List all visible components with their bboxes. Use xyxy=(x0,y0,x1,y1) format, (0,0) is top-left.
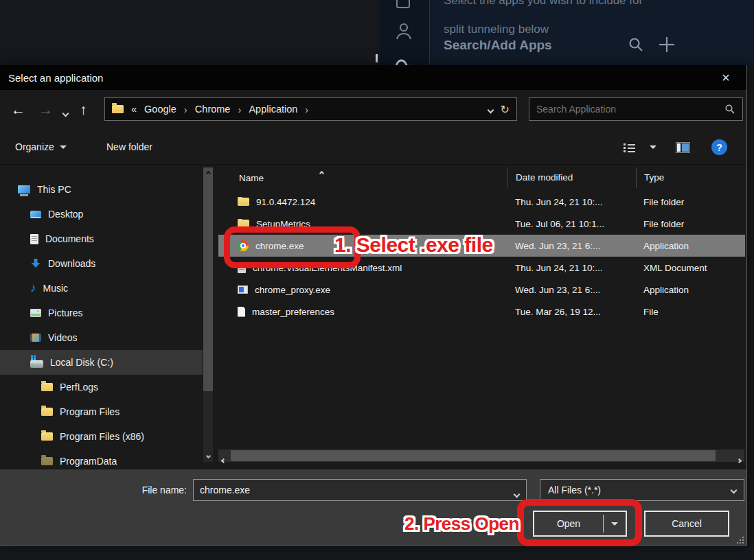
search-add-apps-heading: Search/Add Apps xyxy=(444,38,552,53)
navigation-tree: This PC Desktop Documents Downloads ♪Mus… xyxy=(0,177,203,474)
split-tunneling-description-line1: Select the apps you wish to include for xyxy=(444,0,643,8)
scroll-right-icon[interactable] xyxy=(738,453,741,465)
back-icon[interactable]: ← xyxy=(11,101,25,119)
sidebar-item-music[interactable]: ♪Music xyxy=(0,276,203,301)
file-list: Name Date modified Type 91.0.4472.124 Th… xyxy=(218,165,745,469)
sidebar-item-videos[interactable]: Videos xyxy=(0,325,203,350)
breadcrumb[interactable]: « Google › Chrome › Application › ↻ xyxy=(104,97,517,121)
search-icon[interactable] xyxy=(628,36,644,53)
forward-icon[interactable]: → xyxy=(38,101,53,119)
plain-file-icon xyxy=(238,307,245,317)
person-icon[interactable] xyxy=(393,21,414,41)
breadcrumb-separator-icon: › xyxy=(238,104,241,115)
breadcrumb-separator-icon: › xyxy=(184,104,187,115)
app-window-icon xyxy=(238,285,248,294)
breadcrumb-item-google[interactable]: Google xyxy=(144,104,176,115)
chevron-down-icon xyxy=(650,145,656,149)
sidebar-item-label: Videos xyxy=(48,332,78,343)
file-name: master_preferences xyxy=(252,307,334,317)
file-type-dropdown[interactable]: All Files (*.*) xyxy=(540,479,744,501)
column-header-type[interactable]: Type xyxy=(636,167,745,188)
sidebar-item-this-pc[interactable]: This PC xyxy=(0,177,203,202)
app-window-icon[interactable] xyxy=(395,0,413,11)
up-icon[interactable]: ↑ xyxy=(80,101,87,119)
sidebar-item-desktop[interactable]: Desktop xyxy=(0,202,203,226)
plus-icon[interactable] xyxy=(658,36,676,54)
file-row[interactable]: chrome_proxy.exe Wed. Jun 23, 21 6:... A… xyxy=(218,279,745,301)
column-header-date-modified[interactable]: Date modified xyxy=(507,167,636,188)
sidebar-item-label: Documents xyxy=(45,233,94,244)
sidebar-item-downloads[interactable]: Downloads xyxy=(0,251,203,276)
file-type: Application xyxy=(636,285,745,295)
recent-locations-chevron-icon[interactable] xyxy=(63,106,68,119)
folder-icon xyxy=(238,198,249,206)
breadcrumb-prefix[interactable]: « xyxy=(131,104,137,115)
organize-label: Organize xyxy=(15,141,54,152)
cancel-button[interactable]: Cancel xyxy=(644,511,729,537)
desktop-icon xyxy=(30,211,41,218)
screen: Select the apps you wish to include for … xyxy=(0,0,754,560)
refresh-icon[interactable]: ↻ xyxy=(501,103,510,116)
list-header: Name Date modified Type xyxy=(218,165,745,191)
file-type: File folder xyxy=(636,219,745,229)
file-name-label: File name: xyxy=(0,479,187,501)
dialog-titlebar: Select an application ✕ xyxy=(0,65,746,90)
sidebar-item-label: Pictures xyxy=(48,307,83,318)
view-options-chevron[interactable] xyxy=(650,145,656,149)
vpn-main-panel: Select the apps you wish to include for … xyxy=(430,0,754,65)
new-folder-button[interactable]: New folder xyxy=(106,141,152,152)
annotation-step1-text: 1. Select .exe file xyxy=(334,233,493,257)
sidebar-item-label: Program Files xyxy=(60,406,119,417)
computer-icon xyxy=(18,185,30,194)
music-note-icon: ♪ xyxy=(30,283,36,294)
organize-button[interactable]: Organize xyxy=(15,141,67,152)
sidebar-item-program-files-x86[interactable]: Program Files (x86) xyxy=(0,424,203,449)
sidebar-scrollbar[interactable] xyxy=(203,167,213,462)
scrollbar-thumb[interactable] xyxy=(203,178,213,391)
folder-icon xyxy=(41,383,53,391)
resize-grip[interactable] xyxy=(737,537,738,538)
file-type: Application xyxy=(636,241,745,251)
column-header-name[interactable]: Name xyxy=(218,173,507,183)
scroll-down-icon[interactable] xyxy=(203,451,213,460)
address-dropdown-chevron-icon[interactable] xyxy=(488,104,493,115)
breadcrumb-item-application[interactable]: Application xyxy=(249,104,297,115)
change-view-button[interactable] xyxy=(624,143,635,152)
sort-ascending-icon xyxy=(320,167,323,177)
wrench-icon[interactable] xyxy=(393,56,413,65)
sidebar-item-documents[interactable]: Documents xyxy=(0,226,203,251)
scroll-up-icon[interactable] xyxy=(203,167,213,178)
sidebar-item-local-disk-c[interactable]: Local Disk (C:) xyxy=(0,350,203,375)
file-date: Wed. Jun 23, 21 6:... xyxy=(507,285,636,295)
file-type: File folder xyxy=(636,197,745,207)
file-row[interactable]: master_preferences Tue. Mar 26, 19 12...… xyxy=(218,301,745,323)
folder-icon xyxy=(41,408,53,416)
folder-icon xyxy=(41,457,53,465)
annotation-box-open-button xyxy=(517,499,642,546)
sidebar-item-perflogs[interactable]: PerfLogs xyxy=(0,375,203,399)
split-tunneling-description-line2: split tunneling below xyxy=(444,23,549,36)
close-icon[interactable]: ✕ xyxy=(711,65,741,90)
preview-pane-button[interactable] xyxy=(676,142,690,153)
annotation-step2-text: 2. Press Open xyxy=(404,513,519,535)
breadcrumb-item-chrome[interactable]: Chrome xyxy=(195,104,231,115)
sidebar-item-pictures[interactable]: Pictures xyxy=(0,301,203,325)
scrollbar-thumb[interactable] xyxy=(231,450,716,461)
chevron-down-icon[interactable] xyxy=(514,487,519,500)
help-button[interactable]: ? xyxy=(711,139,727,155)
taskbar-icon-fragment xyxy=(376,54,378,62)
videos-icon xyxy=(30,334,41,342)
file-row[interactable]: 91.0.4472.124 Thu. Jun 24, 21 10:... Fil… xyxy=(218,191,745,213)
file-name: chrome_proxy.exe xyxy=(255,285,330,295)
new-folder-label: New folder xyxy=(106,141,152,152)
horizontal-scrollbar[interactable] xyxy=(218,450,744,462)
sidebar-item-label: PerfLogs xyxy=(60,382,98,393)
sidebar-item-program-files[interactable]: Program Files xyxy=(0,399,203,424)
search-input[interactable] xyxy=(536,104,724,115)
file-date: Tue. Mar 26, 19 12... xyxy=(507,307,636,317)
file-name-input[interactable] xyxy=(193,479,527,501)
sidebar-item-label: ProgramData xyxy=(60,456,117,467)
scroll-left-icon[interactable] xyxy=(222,453,225,465)
select-application-dialog: Select an application ✕ ← → ↑ « Google ›… xyxy=(0,65,747,546)
dialog-content: This PC Desktop Documents Downloads ♪Mus… xyxy=(0,165,746,469)
